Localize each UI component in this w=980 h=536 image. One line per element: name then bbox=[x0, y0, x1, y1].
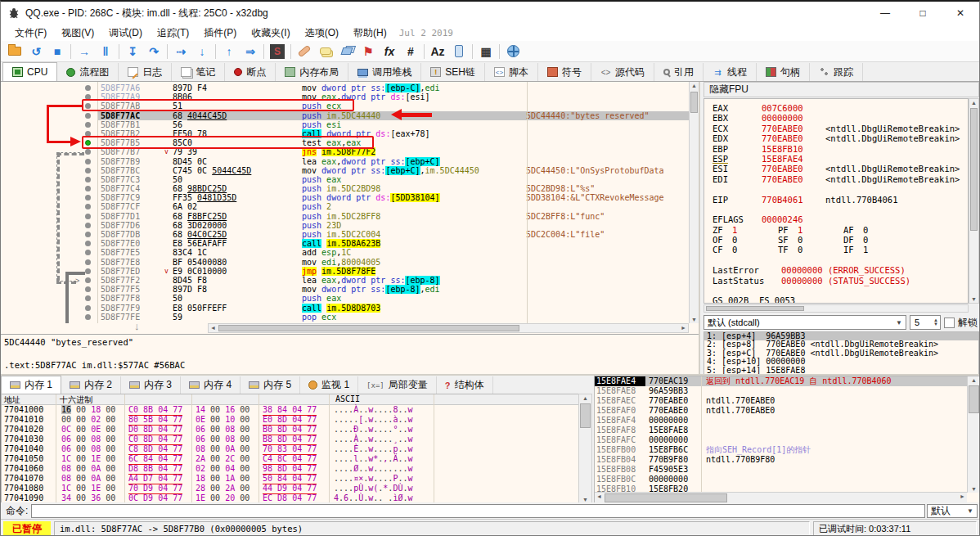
scroll-up-icon[interactable]: ▲ bbox=[690, 83, 699, 88]
step-over-icon[interactable]: ↷ bbox=[144, 43, 164, 61]
tab-监视 1[interactable]: 监视 1 bbox=[300, 376, 358, 394]
comments-icon[interactable] bbox=[316, 43, 335, 61]
tab-内存 4[interactable]: 内存 4 bbox=[181, 376, 241, 394]
az-icon[interactable]: Az bbox=[428, 43, 447, 61]
memory-rows[interactable]: 7704100016 00 18 00C0 8B 04 7714 00 16 0… bbox=[2, 405, 591, 503]
restart-icon[interactable]: ↺ bbox=[26, 43, 46, 61]
run-icon[interactable]: → bbox=[74, 43, 94, 61]
disasm-row[interactable]: 5D8F77C9FF35 0481D35Dpush dword ptr ds:[… bbox=[1, 193, 689, 202]
open-file-icon[interactable] bbox=[5, 43, 25, 61]
menu-item-6[interactable]: 收藏夹(I) bbox=[244, 25, 297, 42]
stack-row[interactable]: 15E8FB04770B9F80ntdll.770B9F80 bbox=[595, 455, 967, 465]
stack-row[interactable]: 15E8FB0015E8FB6C指向SEH_Record[1]的指针 bbox=[595, 445, 967, 455]
disasm-vertical-scrollbar[interactable]: ▲ ▼ bbox=[689, 82, 699, 323]
memory-row[interactable]: 770410501C 00 1E 006C 84 04 772A 00 2C 0… bbox=[2, 454, 591, 464]
disasm-row[interactable]: 5D8F77A6897D F4mov dword ptr ss:[ebp-C],… bbox=[1, 83, 689, 92]
scroll-down-icon[interactable]: ▼ bbox=[969, 296, 978, 302]
disasm-row[interactable]: 5D8F77FE59pop ecx bbox=[1, 313, 689, 322]
stack-vertical-scrollbar[interactable]: ▲ ▼ bbox=[967, 376, 980, 493]
unlock-checkbox[interactable] bbox=[944, 318, 955, 328]
stack-row[interactable]: 15E8FAE896A59BB3 bbox=[595, 386, 967, 396]
stack-row[interactable]: 15E8FAFC00000000 bbox=[595, 435, 967, 445]
disasm-row[interactable]: 5D8F77CF6A 02push 2 bbox=[1, 202, 689, 211]
tab-句柄[interactable]: 句柄 bbox=[757, 63, 810, 81]
disasm-row[interactable]: 5D8F77F28D45 F8lea eax,dword ptr ss:[ebp… bbox=[1, 276, 689, 285]
tab-内存布局[interactable]: 内存布局 bbox=[276, 63, 348, 81]
tab-流程图[interactable]: 流程图 bbox=[57, 63, 119, 81]
menu-item-2[interactable]: 视图(V) bbox=[54, 25, 101, 42]
disasm-row[interactable]: 5D8F77F9E8 050FFEFFcall im.5D8D8703 bbox=[1, 304, 689, 313]
command-input[interactable] bbox=[31, 504, 925, 518]
instruction-dot-icon[interactable] bbox=[85, 295, 91, 301]
modules-icon[interactable] bbox=[449, 43, 469, 61]
tab-符号[interactable]: 符号 bbox=[538, 63, 591, 81]
stack-row[interactable]: 15E8FAF815E8FAE8 bbox=[595, 426, 967, 435]
tab-源代码[interactable]: <>源代码 bbox=[591, 63, 654, 81]
memory-row[interactable]: 7704107008 00 0A 00A4 D7 04 7718 00 1A 0… bbox=[2, 474, 591, 484]
scroll-up-icon[interactable]: ▲ bbox=[969, 100, 978, 106]
disasm-row[interactable]: 5D8F77F5897D F8mov dword ptr ss:[ebp-8],… bbox=[1, 285, 689, 294]
stepper-arrows-icon[interactable]: ▲▼ bbox=[933, 318, 940, 327]
pause-icon[interactable]: ‖ bbox=[96, 43, 115, 61]
registers-vertical-scrollbar[interactable]: ▲ ▼ bbox=[969, 98, 979, 304]
disasm-row[interactable]: 5D8F77E583C4 1Cadd esp,1C bbox=[1, 248, 689, 257]
disassembly-view[interactable]: > 5D8F77A6897D F4mov dword ptr ss:[ebp-C… bbox=[1, 82, 689, 323]
instruction-dot-icon[interactable] bbox=[85, 259, 91, 265]
scroll-down-icon[interactable]: ▼ bbox=[690, 317, 699, 322]
execute-till-return-icon[interactable]: ⇢ bbox=[171, 43, 191, 61]
scroll-left-icon[interactable]: ◄ bbox=[596, 493, 602, 499]
scylla-icon[interactable]: S bbox=[267, 43, 287, 61]
instruction-dot-icon[interactable] bbox=[85, 214, 91, 219]
scroll-thumb[interactable] bbox=[580, 403, 591, 428]
tab-内存 5[interactable]: 内存 5 bbox=[241, 376, 300, 394]
bookmarks-icon[interactable]: ⚑ bbox=[358, 43, 378, 61]
disasm-row[interactable]: 5D8F77E8BF 05400080mov edi,80004005 bbox=[1, 258, 689, 267]
stack-row[interactable]: 15E8FAF0770EABE0ntdll.770EABE0 bbox=[595, 406, 967, 416]
tab-内存 2[interactable]: 内存 2 bbox=[61, 376, 121, 394]
command-profile-select[interactable]: 默认 ▼ bbox=[927, 504, 978, 518]
stack-row[interactable]: 15E8FAE4770EAC19返回到 ntdll.770EAC19 自 ntd… bbox=[595, 376, 967, 386]
instruction-dot-icon[interactable] bbox=[85, 122, 91, 128]
tab-调用堆栈[interactable]: 调用堆栈 bbox=[348, 63, 421, 81]
maximize-button[interactable]: □ bbox=[904, 2, 942, 25]
instruction-dot-icon[interactable] bbox=[85, 314, 91, 320]
patch-icon[interactable] bbox=[294, 43, 314, 61]
stack-horizontal-scrollbar[interactable]: ◄ ► bbox=[595, 492, 967, 503]
step-into-icon[interactable]: ↧ bbox=[123, 43, 142, 61]
memory-vertical-scrollbar[interactable]: ▲ ▼ bbox=[578, 394, 592, 504]
menu-item-8[interactable]: 帮助(H) bbox=[346, 25, 394, 42]
tab-线程[interactable]: ⇉线程 bbox=[704, 63, 757, 81]
stack-row[interactable]: 15E8FAEC770EABE0ntdll.770EABE0 bbox=[595, 396, 967, 406]
memory-row[interactable]: 7704104006 00 08 00C8 8D 04 7708 00 0A 0… bbox=[2, 444, 591, 454]
disasm-horizontal-scrollbar[interactable]: ◄ ► bbox=[208, 323, 689, 333]
argument-row[interactable]: 4: [esp+10] 00000000 bbox=[704, 358, 978, 366]
argument-count-stepper[interactable]: 5 ▲▼ bbox=[910, 315, 941, 330]
tab-日志[interactable]: 日志 bbox=[119, 63, 172, 81]
scroll-down-icon[interactable]: ▼ bbox=[968, 486, 980, 492]
instruction-dot-icon[interactable] bbox=[85, 305, 91, 311]
scroll-thumb[interactable] bbox=[706, 306, 804, 311]
instruction-dot-icon[interactable] bbox=[85, 232, 91, 237]
memory-dump-grid[interactable]: 地址 十六进制 ASCII 7704100016 00 18 00C0 8B 0… bbox=[1, 394, 592, 504]
tab-笔记[interactable]: 笔记 bbox=[172, 63, 225, 81]
functions-icon[interactable]: fx bbox=[380, 43, 399, 61]
menu-item-1[interactable]: 文件(F) bbox=[7, 25, 54, 42]
memory-row[interactable]: 7704100016 00 18 00C0 8B 04 7714 00 16 0… bbox=[2, 405, 591, 415]
scroll-up-icon[interactable]: ▲ bbox=[579, 395, 591, 401]
disasm-row[interactable]: 5D8F77DB68 04C0C25Dpush im.5DC2C0045DC2C… bbox=[1, 230, 689, 239]
close-button[interactable]: ✕ bbox=[942, 2, 979, 25]
labels-icon[interactable] bbox=[337, 43, 357, 61]
scroll-left-icon[interactable]: ◄ bbox=[210, 325, 216, 331]
instruction-dot-icon[interactable] bbox=[85, 186, 91, 191]
tab-断点[interactable]: 断点 bbox=[225, 63, 276, 81]
memory-row[interactable]: 770410801C 00 1E 0070 D9 04 7728 00 2A 0… bbox=[2, 484, 591, 493]
minimize-button[interactable]: — bbox=[866, 2, 904, 25]
disasm-row[interactable]: 5D8F77AC68 4044C45Dpush im.5DC444405DC44… bbox=[1, 111, 689, 120]
scroll-thumb[interactable] bbox=[218, 325, 519, 331]
menu-item-7[interactable]: 选项(O) bbox=[298, 25, 346, 42]
attach-icon[interactable]: ⇒ bbox=[241, 43, 260, 61]
memory-row[interactable]: 770410200C 00 0E 00D0 8D 04 7706 00 08 0… bbox=[2, 425, 591, 435]
registers-horizontal-scrollbar[interactable] bbox=[704, 304, 969, 313]
scroll-thumb[interactable] bbox=[969, 385, 979, 413]
stop-icon[interactable]: ■ bbox=[47, 43, 67, 61]
